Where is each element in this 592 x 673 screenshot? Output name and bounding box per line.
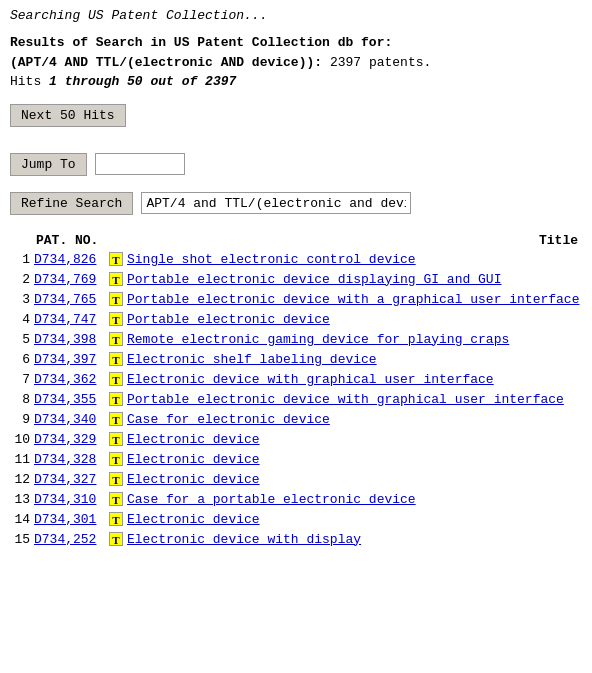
row-number: 8: [10, 390, 32, 410]
col-title-header: Title: [125, 231, 582, 250]
patent-number[interactable]: D734,301: [32, 510, 107, 530]
patent-title[interactable]: Electronic device: [125, 430, 582, 450]
refine-search-section: Refine Search: [10, 192, 582, 215]
table-row: 4D734,747TPortable electronic device: [10, 310, 582, 330]
table-row: 8D734,355TPortable electronic device wit…: [10, 390, 582, 410]
next-hits-button[interactable]: Next 50 Hits: [10, 104, 126, 127]
row-number: 4: [10, 310, 32, 330]
row-number: 12: [10, 470, 32, 490]
patent-title[interactable]: Electronic device with display: [125, 530, 582, 550]
table-row: 10D734,329TElectronic device: [10, 430, 582, 450]
patent-title[interactable]: Electronic device: [125, 510, 582, 530]
row-number: 13: [10, 490, 32, 510]
table-row: 12D734,327TElectronic device: [10, 470, 582, 490]
table-row: 1D734,826TSingle shot electronic control…: [10, 250, 582, 270]
patent-type-icon: T: [107, 370, 125, 390]
patent-number[interactable]: D734,328: [32, 450, 107, 470]
row-number: 10: [10, 430, 32, 450]
table-row: 14D734,301TElectronic device: [10, 510, 582, 530]
patent-title[interactable]: Electronic device: [125, 450, 582, 470]
patent-type-icon: T: [107, 290, 125, 310]
patent-type-icon: T: [107, 390, 125, 410]
row-number: 3: [10, 290, 32, 310]
patent-title[interactable]: Portable electronic device with graphica…: [125, 390, 582, 410]
patent-type-icon: T: [107, 270, 125, 290]
patent-number[interactable]: D734,769: [32, 270, 107, 290]
table-row: 7D734,362TElectronic device with graphic…: [10, 370, 582, 390]
row-number: 5: [10, 330, 32, 350]
row-number: 7: [10, 370, 32, 390]
patent-type-icon: T: [107, 330, 125, 350]
patent-number[interactable]: D734,398: [32, 330, 107, 350]
patent-title[interactable]: Electronic device: [125, 470, 582, 490]
table-row: 5D734,398TRemote electronic gaming devic…: [10, 330, 582, 350]
table-row: 9D734,340TCase for electronic device: [10, 410, 582, 430]
row-number: 14: [10, 510, 32, 530]
patent-number[interactable]: D734,765: [32, 290, 107, 310]
patent-type-icon: T: [107, 350, 125, 370]
results-table: PAT. NO. Title 1D734,826TSingle shot ele…: [10, 231, 582, 550]
patent-title[interactable]: Portable electronic device with a graphi…: [125, 290, 582, 310]
searching-status: Searching US Patent Collection...: [10, 8, 582, 23]
row-number: 1: [10, 250, 32, 270]
col-num-header: [10, 231, 32, 250]
patent-type-icon: T: [107, 250, 125, 270]
patent-number[interactable]: D734,826: [32, 250, 107, 270]
patent-type-icon: T: [107, 490, 125, 510]
patent-number[interactable]: D734,329: [32, 430, 107, 450]
patent-number[interactable]: D734,252: [32, 530, 107, 550]
refine-search-input[interactable]: [141, 192, 411, 214]
patent-number[interactable]: D734,355: [32, 390, 107, 410]
patent-number[interactable]: D734,397: [32, 350, 107, 370]
row-number: 11: [10, 450, 32, 470]
patent-number[interactable]: D734,747: [32, 310, 107, 330]
patent-title[interactable]: Electronic device with graphical user in…: [125, 370, 582, 390]
jump-to-section: Jump To: [10, 153, 582, 176]
patent-type-icon: T: [107, 310, 125, 330]
patent-type-icon: T: [107, 430, 125, 450]
jump-to-button[interactable]: Jump To: [10, 153, 87, 176]
patent-title[interactable]: Portable electronic device displaying GI…: [125, 270, 582, 290]
patent-type-icon: T: [107, 470, 125, 490]
row-number: 15: [10, 530, 32, 550]
patent-type-icon: T: [107, 510, 125, 530]
table-row: 11D734,328TElectronic device: [10, 450, 582, 470]
refine-search-button[interactable]: Refine Search: [10, 192, 133, 215]
row-number: 6: [10, 350, 32, 370]
patent-title[interactable]: Case for a portable electronic device: [125, 490, 582, 510]
patent-number[interactable]: D734,310: [32, 490, 107, 510]
patent-title[interactable]: Case for electronic device: [125, 410, 582, 430]
results-header: Results of Search in US Patent Collectio…: [10, 33, 582, 92]
table-row: 2D734,769TPortable electronic device dis…: [10, 270, 582, 290]
table-row: 13D734,310TCase for a portable electroni…: [10, 490, 582, 510]
patent-title[interactable]: Single shot electronic control device: [125, 250, 582, 270]
patent-title[interactable]: Electronic shelf labeling device: [125, 350, 582, 370]
next-hits-section: Next 50 Hits: [10, 104, 582, 139]
patent-number[interactable]: D734,362: [32, 370, 107, 390]
jump-to-input[interactable]: [95, 153, 185, 175]
row-number: 2: [10, 270, 32, 290]
patent-type-icon: T: [107, 450, 125, 470]
patent-number[interactable]: D734,340: [32, 410, 107, 430]
table-row: 3D734,765TPortable electronic device wit…: [10, 290, 582, 310]
col-icon-header: [107, 231, 125, 250]
patent-title[interactable]: Remote electronic gaming device for play…: [125, 330, 582, 350]
table-row: 6D734,397TElectronic shelf labeling devi…: [10, 350, 582, 370]
patent-number[interactable]: D734,327: [32, 470, 107, 490]
table-row: 15D734,252TElectronic device with displa…: [10, 530, 582, 550]
col-pat-header: PAT. NO.: [32, 231, 107, 250]
patent-type-icon: T: [107, 410, 125, 430]
row-number: 9: [10, 410, 32, 430]
patent-type-icon: T: [107, 530, 125, 550]
patent-title[interactable]: Portable electronic device: [125, 310, 582, 330]
